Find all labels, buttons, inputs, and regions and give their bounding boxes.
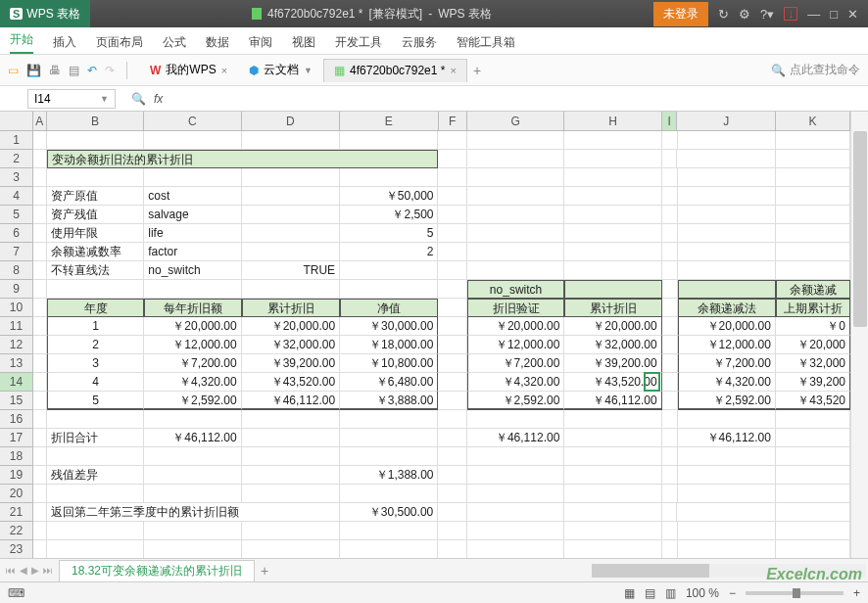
- cell[interactable]: [438, 522, 466, 540]
- row-header[interactable]: 23: [0, 540, 33, 558]
- cell[interactable]: [33, 243, 47, 261]
- cell[interactable]: 折旧合计: [47, 429, 144, 447]
- cell[interactable]: ￥12,000.00: [467, 336, 564, 354]
- cell[interactable]: 5: [47, 392, 144, 410]
- row-header[interactable]: 8: [0, 261, 33, 280]
- cell[interactable]: ￥32,000: [776, 354, 850, 373]
- close-icon[interactable]: ✕: [847, 7, 858, 22]
- cell[interactable]: [242, 522, 340, 540]
- cell[interactable]: [438, 261, 466, 280]
- cell[interactable]: [564, 168, 661, 187]
- cell[interactable]: [33, 336, 47, 354]
- cell[interactable]: [662, 206, 678, 224]
- cell[interactable]: 年度: [47, 299, 144, 317]
- cell[interactable]: 3: [47, 354, 144, 373]
- cell[interactable]: 累计折旧: [242, 299, 340, 317]
- column-header[interactable]: E: [340, 112, 438, 131]
- cell[interactable]: 余额递减数率: [47, 243, 144, 261]
- cell[interactable]: [776, 261, 850, 280]
- cell[interactable]: cost: [144, 187, 241, 206]
- cell[interactable]: [33, 280, 47, 299]
- column-header[interactable]: K: [776, 112, 850, 131]
- cell[interactable]: ￥20,000: [776, 336, 850, 354]
- cell[interactable]: [242, 206, 340, 224]
- cell[interactable]: [564, 206, 661, 224]
- cell[interactable]: [144, 540, 241, 558]
- cell[interactable]: [33, 317, 47, 336]
- cell[interactable]: [467, 168, 564, 187]
- cell[interactable]: [678, 206, 776, 224]
- column-header[interactable]: G: [467, 112, 564, 131]
- menu-cloud[interactable]: 云服务: [402, 30, 437, 51]
- zoom-label[interactable]: 100 %: [686, 586, 719, 600]
- cell[interactable]: [662, 485, 678, 503]
- column-header[interactable]: D: [242, 112, 340, 131]
- cell[interactable]: 余额递减: [776, 280, 850, 299]
- cell[interactable]: 资产残值: [47, 206, 144, 224]
- cell[interactable]: [33, 206, 47, 224]
- cell[interactable]: [776, 410, 850, 429]
- row-headers[interactable]: 1234567891011121314151617181920212223: [0, 131, 33, 558]
- cell[interactable]: [438, 336, 466, 354]
- cell[interactable]: ￥46,112.00: [242, 392, 340, 410]
- cell[interactable]: [678, 280, 776, 299]
- cell[interactable]: [242, 466, 340, 485]
- cell[interactable]: [467, 261, 564, 280]
- cell[interactable]: [467, 206, 564, 224]
- first-sheet-icon[interactable]: ⏮: [6, 565, 16, 576]
- cell[interactable]: [467, 131, 564, 150]
- menu-layout[interactable]: 页面布局: [96, 30, 143, 51]
- cell[interactable]: [564, 187, 661, 206]
- cell[interactable]: [33, 224, 47, 243]
- row-header[interactable]: 14: [0, 373, 33, 392]
- cell[interactable]: 资产原值: [47, 187, 144, 206]
- cell[interactable]: 折旧验证: [467, 299, 564, 317]
- cell[interactable]: [242, 168, 340, 187]
- cell[interactable]: 2: [47, 336, 144, 354]
- cell[interactable]: [662, 187, 678, 206]
- row-header[interactable]: 10: [0, 299, 33, 317]
- row-header[interactable]: 7: [0, 243, 33, 261]
- open-icon[interactable]: ▭: [8, 64, 19, 77]
- select-all-corner[interactable]: [0, 112, 33, 131]
- cell[interactable]: [662, 466, 678, 485]
- cell[interactable]: ￥0: [776, 317, 850, 336]
- next-sheet-icon[interactable]: ▶: [31, 565, 39, 576]
- cell[interactable]: ￥4,320.00: [144, 373, 241, 392]
- cell[interactable]: ￥7,200.00: [678, 354, 776, 373]
- cell[interactable]: [564, 447, 661, 466]
- cell[interactable]: [438, 280, 466, 299]
- view-page-icon[interactable]: ▤: [645, 586, 655, 600]
- cell[interactable]: [678, 410, 776, 429]
- sheet-tab-active[interactable]: 18.32可变余额递减法的累计折旧: [59, 560, 255, 581]
- cell[interactable]: ￥32,000.00: [564, 336, 661, 354]
- cell[interactable]: ￥18,000.00: [340, 336, 438, 354]
- cell[interactable]: ￥46,112.00: [678, 429, 776, 447]
- cell[interactable]: [340, 261, 438, 280]
- cell[interactable]: [776, 224, 850, 243]
- cell[interactable]: [564, 429, 661, 447]
- cell[interactable]: [662, 354, 678, 373]
- cell[interactable]: [242, 429, 340, 447]
- view-normal-icon[interactable]: ▦: [624, 586, 635, 600]
- cell[interactable]: [438, 466, 466, 485]
- zoom-slider[interactable]: [746, 591, 844, 595]
- cell[interactable]: [33, 410, 47, 429]
- row-header[interactable]: 17: [0, 429, 33, 447]
- cell[interactable]: [467, 410, 564, 429]
- cell[interactable]: 余额递减法: [678, 299, 776, 317]
- cell[interactable]: [776, 540, 850, 558]
- cell[interactable]: [467, 243, 564, 261]
- cell[interactable]: [144, 447, 241, 466]
- pin-icon[interactable]: ↓: [784, 7, 797, 21]
- cell[interactable]: [662, 224, 678, 243]
- cell[interactable]: [242, 447, 340, 466]
- cell[interactable]: [242, 187, 340, 206]
- cell[interactable]: [144, 168, 241, 187]
- cell[interactable]: 返回第二年第三季度中的累计折旧额: [47, 503, 340, 522]
- cell[interactable]: [438, 410, 466, 429]
- spreadsheet-grid[interactable]: ABCDEFGHIJK 1234567891011121314151617181…: [0, 112, 868, 558]
- row-header[interactable]: 12: [0, 336, 33, 354]
- cell[interactable]: [242, 280, 340, 299]
- maximize-icon[interactable]: □: [830, 7, 838, 22]
